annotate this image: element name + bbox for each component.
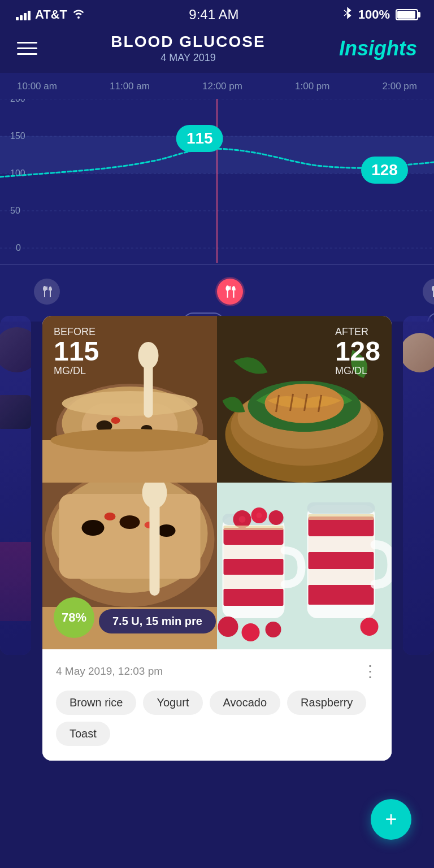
status-time: 9:41 AM (189, 7, 238, 23)
after-unit: MG/DL (335, 365, 380, 377)
before-value: 115 (54, 338, 99, 365)
after-value: 128 (335, 338, 380, 365)
card-date: 4 May 2019, 12:03 pm (56, 665, 163, 678)
header-title-block: BLOOD GLUCOSE 4 MAY 2019 (111, 33, 265, 64)
food-images-grid: BEFORE 115 MG/DL (42, 316, 392, 649)
food-image-after: AFTER 128 MG/DL (217, 316, 392, 483)
app-header: BLOOD GLUCOSE 4 MAY 2019 Insights (0, 27, 434, 73)
food-image-yogurt (217, 483, 392, 649)
chart-separator (0, 264, 434, 265)
svg-rect-53 (224, 545, 284, 559)
main-meal-card: BEFORE 115 MG/DL (42, 316, 392, 761)
food-tag-2: Avocado (210, 691, 280, 715)
svg-rect-58 (307, 502, 375, 514)
score-badge: 78% (54, 597, 94, 638)
svg-text:0: 0 (16, 243, 21, 253)
food-tag-1: Yogurt (143, 691, 202, 715)
menu-button[interactable] (17, 42, 37, 55)
food-image-before: BEFORE 115 MG/DL (42, 316, 217, 483)
page-date: 4 MAY 2019 (111, 52, 265, 64)
signal-bars-icon (16, 9, 31, 20)
svg-point-68 (257, 513, 262, 518)
svg-point-66 (269, 510, 284, 525)
svg-point-16 (62, 391, 198, 416)
status-right: 100% (342, 7, 418, 23)
food-tag-0: Brown rice (56, 691, 136, 715)
card-date-row: 4 May 2019, 12:03 pm ⋮ (56, 662, 378, 680)
svg-point-42 (158, 524, 176, 537)
page-title: BLOOD GLUCOSE (111, 33, 265, 51)
insulin-info-badge: 7.5 U, 15 min pre (99, 609, 216, 633)
time-label-2: 12:00 pm (202, 81, 242, 92)
battery-icon (396, 9, 418, 20)
glucose-bubble-after: 128 (361, 157, 408, 184)
glucose-chart: 10:00 am 11:00 am 12:00 pm 1:00 pm 2:00 … (0, 73, 434, 322)
meal-cards-section: BEFORE 115 MG/DL (0, 316, 434, 768)
svg-point-69 (218, 617, 238, 637)
food-tags: Brown rice Yogurt Avocado Raspberry Toas… (56, 691, 378, 746)
status-carrier: AT&T (16, 7, 85, 22)
add-button[interactable]: + (371, 799, 411, 840)
svg-point-70 (242, 623, 260, 641)
before-overlay: BEFORE 115 MG/DL (42, 316, 110, 387)
glucose-bubble-before: 115 (176, 125, 223, 152)
before-unit: MG/DL (54, 365, 99, 377)
more-options-button[interactable]: ⋮ (362, 662, 378, 680)
svg-rect-39 (59, 494, 201, 579)
svg-point-22 (111, 417, 120, 424)
side-card-left (0, 316, 31, 655)
svg-text:50: 50 (10, 206, 20, 215)
svg-point-41 (120, 515, 140, 529)
time-label-4: 2:00 pm (383, 81, 417, 92)
svg-point-71 (266, 622, 281, 637)
svg-rect-74 (224, 526, 284, 530)
svg-rect-52 (224, 528, 284, 545)
svg-rect-56 (224, 589, 284, 606)
svg-point-72 (361, 618, 379, 636)
svg-rect-62 (309, 569, 374, 585)
before-label: BEFORE (54, 326, 99, 338)
time-label-1: 11:00 am (110, 81, 150, 92)
status-bar: AT&T 9:41 AM 100% (0, 0, 434, 27)
svg-point-67 (239, 516, 246, 523)
food-tag-4: Toast (56, 722, 110, 746)
svg-rect-63 (309, 585, 374, 605)
svg-rect-73 (309, 514, 374, 520)
svg-rect-61 (309, 552, 374, 569)
side-card-right (403, 316, 434, 655)
svg-rect-55 (224, 575, 284, 589)
battery-percentage: 100% (358, 7, 390, 22)
after-label: AFTER (335, 326, 380, 338)
insights-button[interactable]: Insights (339, 37, 417, 60)
svg-point-25 (51, 429, 209, 452)
card-info-section: 4 May 2019, 12:03 pm ⋮ Brown rice Yogurt… (42, 649, 392, 761)
carrier-name: AT&T (35, 7, 67, 22)
after-overlay: AFTER 128 MG/DL (324, 316, 392, 387)
svg-rect-60 (309, 536, 374, 552)
time-label-0: 10:00 am (17, 81, 57, 92)
svg-text:200: 200 (10, 99, 25, 103)
food-tag-3: Raspberry (287, 691, 366, 715)
wifi-icon (72, 7, 85, 22)
svg-point-18 (138, 342, 159, 369)
bluetooth-icon (342, 7, 353, 23)
time-label-3: 1:00 pm (295, 81, 329, 92)
food-image-bottom-left: 78% 7.5 U, 15 min pre (42, 483, 217, 649)
svg-rect-54 (224, 559, 284, 575)
svg-point-43 (105, 513, 116, 520)
chart-time-axis: 10:00 am 11:00 am 12:00 pm 1:00 pm 2:00 … (0, 73, 434, 96)
svg-point-40 (82, 520, 105, 536)
